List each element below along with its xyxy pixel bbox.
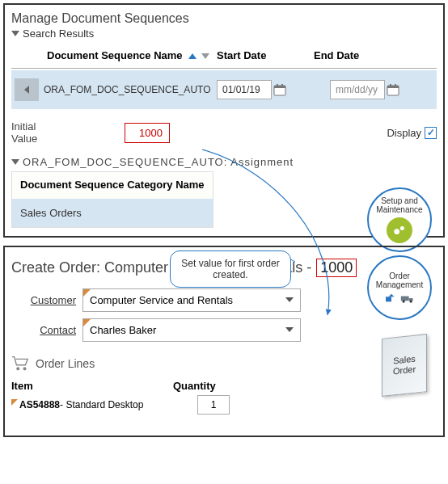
svg-rect-3 xyxy=(281,84,283,86)
svg-point-9 xyxy=(400,226,404,230)
category-row[interactable]: Sales Orders xyxy=(11,199,213,228)
svg-point-11 xyxy=(23,368,26,370)
initial-value-input[interactable]: 1000 xyxy=(125,123,170,143)
sales-order-card[interactable]: SalesOrder xyxy=(382,334,427,397)
sort-asc-icon[interactable] xyxy=(188,53,197,59)
svg-point-8 xyxy=(394,229,399,234)
col-qty: Quantity xyxy=(173,380,238,392)
category-header: Document Sequence Category Name xyxy=(11,171,213,199)
chevron-down-icon[interactable] xyxy=(11,159,19,165)
col-end-date[interactable]: End Date xyxy=(314,49,395,61)
svg-rect-2 xyxy=(277,84,278,86)
gears-icon xyxy=(387,217,412,243)
display-checkbox[interactable]: ✓ xyxy=(425,127,437,139)
quantity-input[interactable]: 1 xyxy=(197,395,230,415)
svg-rect-14 xyxy=(401,296,409,301)
order-management-badge[interactable]: Order Management xyxy=(367,255,432,320)
customer-dropdown[interactable]: Computer Service and Rentals xyxy=(82,288,301,312)
manage-sequences-panel: Manage Document Sequences Search Results… xyxy=(3,3,445,238)
table-header: Document Sequence Name Start Date End Da… xyxy=(11,43,437,69)
required-corner-icon xyxy=(83,289,91,297)
initial-value-label: InitialValue xyxy=(11,120,60,145)
svg-rect-7 xyxy=(395,84,396,86)
required-corner-icon xyxy=(83,319,91,326)
assignment-heading: ORA_FOM_DOC_SEQUENCE_AUTO: Assignment xyxy=(11,156,437,168)
start-date-input[interactable]: 01/01/19 xyxy=(217,80,272,99)
chevron-down-icon xyxy=(285,327,294,332)
order-lines-heading: Order Lines xyxy=(11,355,437,373)
customer-label: Customer xyxy=(11,294,76,306)
svg-rect-5 xyxy=(387,86,399,88)
svg-point-10 xyxy=(17,368,19,370)
page-title: Manage Document Sequences xyxy=(11,11,437,26)
cell-item: AS54888- Standard Desktop xyxy=(11,399,173,410)
callout-tooltip: Set value for first order created. xyxy=(170,250,291,288)
end-date-input[interactable]: mm/dd/yy xyxy=(330,80,385,99)
chevron-down-icon xyxy=(285,297,294,302)
display-label: Display xyxy=(387,127,421,139)
cell-seq-name: ORA_FOM_DOC_SEQUENCE_AUTO xyxy=(44,84,217,95)
svg-point-17 xyxy=(409,300,412,302)
calendar-icon[interactable] xyxy=(273,83,286,96)
logistics-icon xyxy=(384,293,415,304)
col-seq-name[interactable]: Document Sequence Name xyxy=(15,49,217,61)
calendar-icon[interactable] xyxy=(387,83,399,96)
col-item: Item xyxy=(11,380,173,392)
required-corner-icon xyxy=(11,399,18,406)
col-start-date[interactable]: Start Date xyxy=(217,49,314,61)
row-expand-handle[interactable] xyxy=(15,78,39,101)
setup-maintenance-badge[interactable]: Setup and Maintenance xyxy=(367,187,432,252)
contact-label: Contact xyxy=(11,324,76,336)
svg-rect-1 xyxy=(274,86,285,88)
svg-rect-12 xyxy=(386,297,391,301)
svg-rect-6 xyxy=(390,84,391,86)
search-results-heading: Search Results xyxy=(11,27,437,40)
order-number-highlight: 1000 xyxy=(316,259,357,277)
search-results-label: Search Results xyxy=(23,27,94,40)
chevron-down-icon[interactable] xyxy=(11,31,19,36)
sort-desc-icon[interactable] xyxy=(201,53,209,59)
line-row: AS54888- Standard Desktop 1 xyxy=(11,395,437,415)
cart-icon xyxy=(11,355,29,373)
svg-point-16 xyxy=(402,300,404,302)
chevron-left-icon xyxy=(24,86,29,94)
table-row[interactable]: ORA_FOM_DOC_SEQUENCE_AUTO 01/01/19 mm/dd… xyxy=(11,70,437,109)
contact-dropdown[interactable]: Charles Baker xyxy=(82,318,301,342)
initial-value-row: InitialValue 1000 Display ✓ xyxy=(11,120,437,145)
svg-marker-13 xyxy=(389,294,395,297)
lines-header: Item Quantity xyxy=(11,380,437,392)
